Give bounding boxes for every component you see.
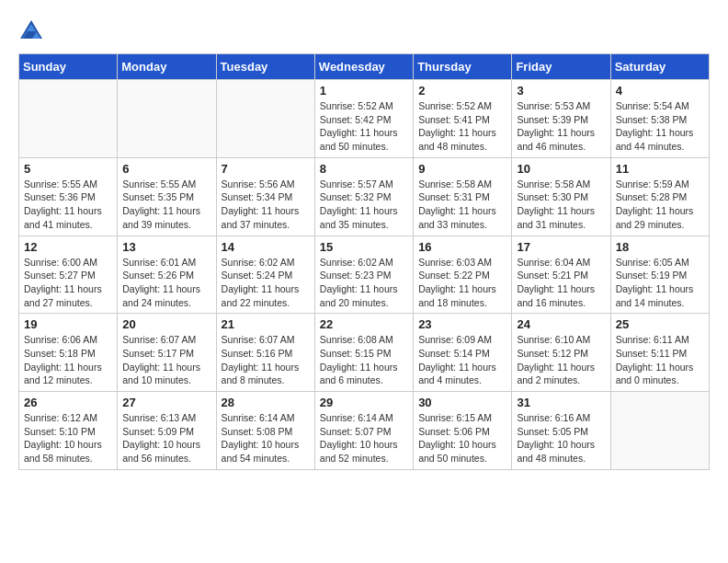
day-number: 17 <box>517 240 605 254</box>
day-number: 27 <box>122 396 210 409</box>
day-info: Sunrise: 5:54 AM Sunset: 5:38 PM Dayligh… <box>616 99 704 154</box>
day-number: 5 <box>24 162 112 176</box>
day-number: 21 <box>222 317 310 331</box>
calendar-cell <box>610 392 709 470</box>
day-number: 4 <box>616 84 704 98</box>
day-info: Sunrise: 6:05 AM Sunset: 5:19 PM Dayligh… <box>616 256 704 310</box>
day-number: 30 <box>418 396 506 409</box>
day-number: 24 <box>517 317 605 331</box>
day-info: Sunrise: 5:55 AM Sunset: 5:35 PM Dayligh… <box>122 178 210 232</box>
day-info: Sunrise: 5:52 AM Sunset: 5:42 PM Dayligh… <box>320 99 408 154</box>
day-info: Sunrise: 6:01 AM Sunset: 5:26 PM Dayligh… <box>122 256 210 310</box>
day-number: 3 <box>517 84 605 98</box>
calendar-cell: 5Sunrise: 5:55 AM Sunset: 5:36 PM Daylig… <box>19 157 118 236</box>
calendar-cell: 24Sunrise: 6:10 AM Sunset: 5:12 PM Dayli… <box>512 314 610 392</box>
day-info: Sunrise: 5:52 AM Sunset: 5:41 PM Dayligh… <box>418 99 506 154</box>
calendar-cell: 25Sunrise: 6:11 AM Sunset: 5:11 PM Dayli… <box>610 314 709 392</box>
weekday-header-row: SundayMondayTuesdayWednesdayThursdayFrid… <box>19 54 710 80</box>
logo-icon <box>18 18 44 44</box>
calendar-cell: 4Sunrise: 5:54 AM Sunset: 5:38 PM Daylig… <box>610 80 709 158</box>
day-info: Sunrise: 6:02 AM Sunset: 5:23 PM Dayligh… <box>320 256 408 310</box>
calendar-cell <box>118 80 216 158</box>
day-number: 6 <box>122 162 210 176</box>
calendar-cell: 27Sunrise: 6:13 AM Sunset: 5:09 PM Dayli… <box>118 392 216 470</box>
calendar-cell: 3Sunrise: 5:53 AM Sunset: 5:39 PM Daylig… <box>512 80 610 158</box>
calendar-cell: 11Sunrise: 5:59 AM Sunset: 5:28 PM Dayli… <box>610 157 709 236</box>
day-number: 18 <box>616 240 704 254</box>
day-number: 26 <box>24 396 112 409</box>
day-number: 14 <box>222 240 310 254</box>
day-number: 20 <box>122 317 210 331</box>
calendar-cell: 23Sunrise: 6:09 AM Sunset: 5:14 PM Dayli… <box>414 314 512 392</box>
day-info: Sunrise: 6:14 AM Sunset: 5:07 PM Dayligh… <box>320 411 408 465</box>
day-number: 15 <box>320 240 408 254</box>
day-info: Sunrise: 6:04 AM Sunset: 5:21 PM Dayligh… <box>517 256 605 310</box>
day-info: Sunrise: 6:13 AM Sunset: 5:09 PM Dayligh… <box>122 411 210 465</box>
calendar-cell: 18Sunrise: 6:05 AM Sunset: 5:19 PM Dayli… <box>610 236 709 314</box>
day-number: 12 <box>24 240 112 254</box>
day-number: 11 <box>616 162 704 176</box>
calendar-cell: 1Sunrise: 5:52 AM Sunset: 5:42 PM Daylig… <box>314 80 413 158</box>
day-info: Sunrise: 6:07 AM Sunset: 5:17 PM Dayligh… <box>122 333 210 387</box>
day-number: 19 <box>24 317 112 331</box>
day-number: 22 <box>320 317 408 331</box>
calendar-cell: 31Sunrise: 6:16 AM Sunset: 5:05 PM Dayli… <box>512 392 610 470</box>
day-number: 31 <box>517 396 605 409</box>
weekday-header-tuesday: Tuesday <box>216 54 314 80</box>
calendar-cell: 29Sunrise: 6:14 AM Sunset: 5:07 PM Dayli… <box>314 392 413 470</box>
day-info: Sunrise: 6:00 AM Sunset: 5:27 PM Dayligh… <box>24 256 112 310</box>
calendar-cell <box>216 80 314 158</box>
day-info: Sunrise: 5:53 AM Sunset: 5:39 PM Dayligh… <box>517 99 605 154</box>
page-header <box>18 18 710 44</box>
calendar-cell: 7Sunrise: 5:56 AM Sunset: 5:34 PM Daylig… <box>216 157 314 236</box>
day-number: 9 <box>418 162 506 176</box>
logo <box>18 18 48 44</box>
calendar-cell: 26Sunrise: 6:12 AM Sunset: 5:10 PM Dayli… <box>19 392 118 470</box>
weekday-header-saturday: Saturday <box>610 54 709 80</box>
day-info: Sunrise: 6:06 AM Sunset: 5:18 PM Dayligh… <box>24 333 112 387</box>
weekday-header-thursday: Thursday <box>414 54 512 80</box>
calendar-week-row: 1Sunrise: 5:52 AM Sunset: 5:42 PM Daylig… <box>19 80 710 158</box>
day-number: 13 <box>122 240 210 254</box>
day-info: Sunrise: 6:12 AM Sunset: 5:10 PM Dayligh… <box>24 411 112 465</box>
day-number: 8 <box>320 162 408 176</box>
calendar-week-row: 19Sunrise: 6:06 AM Sunset: 5:18 PM Dayli… <box>19 314 710 392</box>
day-info: Sunrise: 6:14 AM Sunset: 5:08 PM Dayligh… <box>222 411 310 465</box>
calendar-cell: 28Sunrise: 6:14 AM Sunset: 5:08 PM Dayli… <box>216 392 314 470</box>
day-number: 23 <box>418 317 506 331</box>
day-number: 10 <box>517 162 605 176</box>
day-info: Sunrise: 6:07 AM Sunset: 5:16 PM Dayligh… <box>222 333 310 387</box>
weekday-header-sunday: Sunday <box>19 54 118 80</box>
calendar-cell: 9Sunrise: 5:58 AM Sunset: 5:31 PM Daylig… <box>414 157 512 236</box>
day-number: 7 <box>222 162 310 176</box>
day-info: Sunrise: 6:09 AM Sunset: 5:14 PM Dayligh… <box>418 333 506 387</box>
weekday-header-monday: Monday <box>118 54 216 80</box>
calendar-cell: 17Sunrise: 6:04 AM Sunset: 5:21 PM Dayli… <box>512 236 610 314</box>
weekday-header-wednesday: Wednesday <box>314 54 413 80</box>
day-info: Sunrise: 6:15 AM Sunset: 5:06 PM Dayligh… <box>418 411 506 465</box>
calendar-cell <box>19 80 118 158</box>
day-info: Sunrise: 5:55 AM Sunset: 5:36 PM Dayligh… <box>24 178 112 232</box>
calendar-cell: 8Sunrise: 5:57 AM Sunset: 5:32 PM Daylig… <box>314 157 413 236</box>
calendar-cell: 13Sunrise: 6:01 AM Sunset: 5:26 PM Dayli… <box>118 236 216 314</box>
calendar-cell: 2Sunrise: 5:52 AM Sunset: 5:41 PM Daylig… <box>414 80 512 158</box>
day-info: Sunrise: 6:11 AM Sunset: 5:11 PM Dayligh… <box>616 333 704 387</box>
weekday-header-friday: Friday <box>512 54 610 80</box>
day-info: Sunrise: 5:58 AM Sunset: 5:30 PM Dayligh… <box>517 178 605 232</box>
calendar-cell: 20Sunrise: 6:07 AM Sunset: 5:17 PM Dayli… <box>118 314 216 392</box>
day-info: Sunrise: 6:10 AM Sunset: 5:12 PM Dayligh… <box>517 333 605 387</box>
day-number: 1 <box>320 84 408 98</box>
calendar-cell: 19Sunrise: 6:06 AM Sunset: 5:18 PM Dayli… <box>19 314 118 392</box>
day-number: 16 <box>418 240 506 254</box>
calendar-cell: 10Sunrise: 5:58 AM Sunset: 5:30 PM Dayli… <box>512 157 610 236</box>
day-info: Sunrise: 6:08 AM Sunset: 5:15 PM Dayligh… <box>320 333 408 387</box>
calendar-week-row: 26Sunrise: 6:12 AM Sunset: 5:10 PM Dayli… <box>19 392 710 470</box>
calendar-cell: 21Sunrise: 6:07 AM Sunset: 5:16 PM Dayli… <box>216 314 314 392</box>
calendar-cell: 30Sunrise: 6:15 AM Sunset: 5:06 PM Dayli… <box>414 392 512 470</box>
day-info: Sunrise: 5:58 AM Sunset: 5:31 PM Dayligh… <box>418 178 506 232</box>
calendar-cell: 16Sunrise: 6:03 AM Sunset: 5:22 PM Dayli… <box>414 236 512 314</box>
day-info: Sunrise: 5:56 AM Sunset: 5:34 PM Dayligh… <box>222 178 310 232</box>
day-number: 29 <box>320 396 408 409</box>
day-info: Sunrise: 6:03 AM Sunset: 5:22 PM Dayligh… <box>418 256 506 310</box>
day-info: Sunrise: 6:02 AM Sunset: 5:24 PM Dayligh… <box>222 256 310 310</box>
